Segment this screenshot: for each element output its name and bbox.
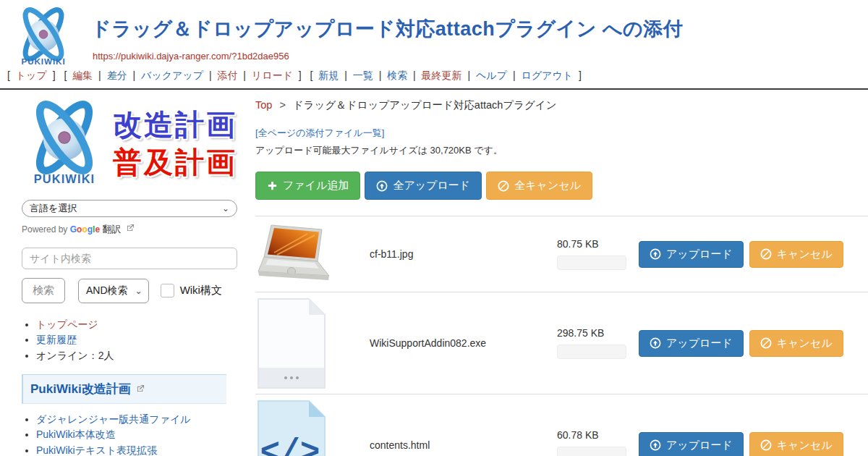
sidebar-plugin-links: ダジャレンジャー版共通ファイル PukiWiki本体改造 PukiWikiテキス… xyxy=(22,413,241,456)
file-name: WikiSupportAddin082.exe xyxy=(370,337,557,349)
wiki-syntax-label: Wiki構文 xyxy=(180,284,222,297)
list-item: PukiWikiテキスト表現拡張 xyxy=(36,444,241,456)
translate-label: 翻訳 xyxy=(102,224,121,235)
google-translate-credit[interactable]: Powered by Google 翻訳 xyxy=(22,223,241,236)
nav-item-attach[interactable]: 添付 xyxy=(217,69,237,81)
slogan-line-2: 普及計画 xyxy=(113,143,237,181)
bracket: ] xyxy=(299,69,302,81)
language-select[interactable]: 言語を選択 ⌄ xyxy=(22,200,237,217)
sidebar: PUKIWIKI 改造計画 普及計画 言語を選択 ⌄ Powered by Go… xyxy=(0,90,250,456)
sidebar-section-pukiwiki-kaizo[interactable]: PukiWiki改造計画 xyxy=(22,374,226,404)
breadcrumb-current: ドラッグ＆ドロップアップロード対応attachプラグイン xyxy=(293,99,557,111)
file-size: 298.75 KB xyxy=(557,327,639,339)
cancel-button[interactable]: キャンセル xyxy=(749,330,843,357)
atom-logo-icon: PUKIWIKI xyxy=(22,97,107,188)
max-upload-size-text: アップロード可能最大ファイルサイズは 30,720KB です。 xyxy=(255,144,868,157)
bracket: [ xyxy=(7,69,10,81)
slogan-line-1: 改造計画 xyxy=(113,106,237,143)
list-item: オンライン：2人 xyxy=(36,349,241,363)
nav-item-edit[interactable]: 編集 xyxy=(72,69,93,81)
list-item: PukiWiki本体改造 xyxy=(36,428,241,442)
sidebar-item-text-ext[interactable]: PukiWikiテキスト表現拡張 xyxy=(36,444,157,456)
all-pages-attach-list-link[interactable]: [全ページの添付ファイル一覧] xyxy=(255,127,868,140)
nav-item-logout[interactable]: ログアウト xyxy=(521,69,573,81)
list-item: トップページ xyxy=(36,318,241,332)
search-controls: 検索 AND検索 ⌄ Wiki構文 xyxy=(22,278,241,303)
add-files-button[interactable]: ファイル追加 xyxy=(255,172,360,200)
upload-button[interactable]: アップロード xyxy=(639,241,744,268)
external-link-icon xyxy=(137,384,145,392)
sidebar-item-core-mods[interactable]: PukiWiki本体改造 xyxy=(36,428,116,440)
cancel-all-button[interactable]: 全キャンセル xyxy=(486,172,592,200)
site-slogan: 改造計画 普及計画 xyxy=(113,106,237,181)
chevron-down-icon: ⌄ xyxy=(135,286,142,296)
upload-button[interactable]: アップロード xyxy=(639,432,744,456)
nav-item-top[interactable]: トップ xyxy=(16,69,47,81)
nav-item-help[interactable]: ヘルプ xyxy=(476,69,507,81)
header: PUKIWIKI ドラッグ＆ドロップアップロード対応attachプラグイン への… xyxy=(0,0,868,90)
laptop-photo-thumbnail xyxy=(257,224,332,284)
page-url[interactable]: https://pukiwiki.dajya-ranger.com/?1bd2d… xyxy=(93,51,289,62)
sidebar-item-update-history[interactable]: 更新履歴 xyxy=(36,334,77,345)
bracket: [ xyxy=(310,69,313,81)
breadcrumb: Top > ドラッグ＆ドロップアップロード対応attachプラグイン xyxy=(255,98,868,112)
cancel-circle-icon xyxy=(760,248,772,260)
upload-progress-bar xyxy=(557,345,626,359)
sidebar-logo[interactable]: PUKIWIKI 改造計画 普及計画 xyxy=(22,97,241,188)
sidebar-quick-links: トップページ 更新履歴 オンライン：2人 xyxy=(22,318,241,363)
search-button[interactable]: 検索 xyxy=(22,278,65,303)
file-size: 60.78 KB xyxy=(557,429,639,441)
cancel-circle-icon xyxy=(760,439,772,451)
sidebar-item-top-page[interactable]: トップページ xyxy=(36,318,98,330)
cancel-circle-icon xyxy=(498,180,509,192)
top-navigation: [ トップ ] [ 編集 | 差分 | バックアップ | 添付 | リロード ]… xyxy=(6,69,583,83)
bracket: [ xyxy=(64,69,67,81)
online-count: オンライン：2人 xyxy=(36,350,114,361)
nav-item-search[interactable]: 検索 xyxy=(387,69,407,81)
file-name: contents.html xyxy=(370,439,557,451)
breadcrumb-separator: > xyxy=(279,99,285,111)
nav-item-backup[interactable]: バックアップ xyxy=(141,69,203,81)
upload-all-button[interactable]: 全アップロード xyxy=(365,172,482,200)
nav-item-reload[interactable]: リロード xyxy=(252,69,293,81)
site-search-input[interactable] xyxy=(22,248,237,269)
main-content: Top > ドラッグ＆ドロップアップロード対応attachプラグイン [全ページ… xyxy=(250,90,868,456)
sidebar-item-common-files[interactable]: ダジャレンジャー版共通ファイル xyxy=(36,413,191,425)
pukiwiki-logo[interactable]: PUKIWIKI xyxy=(7,4,80,69)
search-mode-select[interactable]: AND検索 ⌄ xyxy=(78,279,149,303)
upload-circle-icon xyxy=(650,439,661,451)
list-item: ダジャレンジャー版共通ファイル xyxy=(36,413,241,426)
html-file-icon: </> xyxy=(257,400,326,456)
page-title: ドラッグ＆ドロップアップロード対応attachプラグイン への添付 xyxy=(91,16,683,42)
breadcrumb-home[interactable]: Top xyxy=(255,99,272,111)
nav-item-new[interactable]: 新規 xyxy=(318,69,339,81)
svg-text:PUKIWIKI: PUKIWIKI xyxy=(34,172,95,185)
file-size: 80.75 KB xyxy=(557,238,639,250)
cancel-button[interactable]: キャンセル xyxy=(749,241,843,268)
file-row: cf-b11.jpg 80.75 KB アップロード xyxy=(255,216,868,292)
file-name: cf-b11.jpg xyxy=(370,248,557,260)
generic-file-icon xyxy=(257,297,326,389)
nav-item-recent[interactable]: 最終更新 xyxy=(422,69,462,81)
wiki-syntax-checkbox[interactable] xyxy=(161,284,174,297)
file-row: WikiSupportAddin082.exe 298.75 KB アップロード xyxy=(255,292,868,394)
upload-circle-icon xyxy=(650,248,661,260)
plus-icon xyxy=(267,180,278,191)
language-select-value: 言語を選択 xyxy=(30,202,77,215)
upload-circle-icon xyxy=(650,337,661,349)
cancel-circle-icon xyxy=(760,337,772,349)
chevron-down-icon: ⌄ xyxy=(222,203,229,214)
nav-item-diff[interactable]: 差分 xyxy=(107,69,127,81)
bulk-action-buttons: ファイル追加 全アップロード 全キャンセル xyxy=(255,172,868,200)
pukiwiki-attach-page: PUKIWIKI ドラッグ＆ドロップアップロード対応attachプラグイン への… xyxy=(0,0,868,456)
file-row: </> contents.html 60.78 KB アップロード xyxy=(255,394,868,456)
upload-button[interactable]: アップロード xyxy=(639,330,744,357)
bracket: ] xyxy=(579,69,582,81)
svg-text:PUKIWIKI: PUKIWIKI xyxy=(21,56,65,66)
nav-item-list[interactable]: 一覧 xyxy=(353,69,373,81)
cancel-button[interactable]: キャンセル xyxy=(749,432,843,456)
external-link-icon xyxy=(127,224,135,232)
upload-circle-icon xyxy=(376,180,388,192)
atom-logo-icon: PUKIWIKI xyxy=(7,4,80,69)
svg-text:</>: </> xyxy=(260,434,320,456)
